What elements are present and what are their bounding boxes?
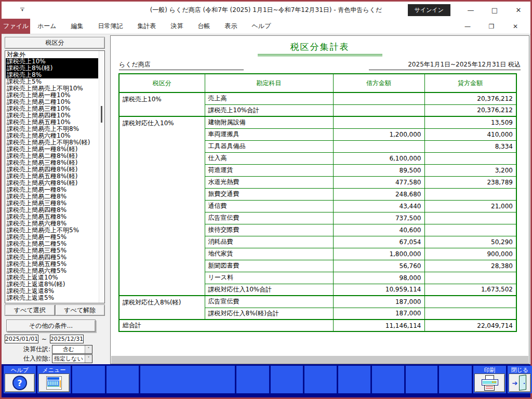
credit-amount-cell: 1,673,502 xyxy=(424,284,516,296)
account-cell: 売上高 xyxy=(205,92,333,104)
menu-item-7[interactable]: ヘルプ xyxy=(245,19,278,34)
tax-category-item[interactable]: 課税売上簡易四種8%(軽) xyxy=(6,166,98,173)
tax-category-header: 税区分 xyxy=(5,37,105,49)
purchase-deduction-label: 仕入控除: xyxy=(3,354,52,363)
tax-category-item[interactable]: 課税売上簡易三種8%(軽) xyxy=(6,159,98,166)
purchase-deduction-value: 指定しない xyxy=(52,355,85,363)
purchase-deduction-select[interactable]: 指定しない ˅ xyxy=(52,354,92,363)
child-restore-button[interactable]: ❐ xyxy=(480,23,503,30)
close-window-button[interactable]: ➔ xyxy=(509,374,531,392)
select-all-button[interactable]: すべて選択 xyxy=(5,304,55,316)
tax-category-item[interactable]: 課税売上簡易一種5% xyxy=(6,234,98,241)
tax-category-item[interactable]: 課税売上8%(軽) xyxy=(6,65,98,72)
tax-category-item[interactable]: 課税売上簡易四種10% xyxy=(6,112,98,119)
tax-category-item[interactable]: 課税売上簡易三種5% xyxy=(6,247,98,254)
table-column-header: 借方金額 xyxy=(333,74,424,92)
minimize-button[interactable]: — xyxy=(459,2,483,19)
closing-entries-select[interactable]: 含む ˅ xyxy=(52,345,92,354)
tax-category-item[interactable]: 課税売上10% xyxy=(6,58,98,65)
tax-category-item[interactable]: 課税売上簡易一種10% xyxy=(6,92,98,99)
tax-category-item[interactable]: 課税売上返還8% xyxy=(6,288,98,295)
tax-category-item[interactable]: 課税売上返還5% xyxy=(6,295,98,301)
debit-amount-cell: 1,800,000 xyxy=(333,248,424,260)
credit-amount-cell xyxy=(424,224,516,236)
tax-category-item[interactable]: 課税売上返還10% xyxy=(6,274,98,281)
tax-category-item[interactable]: 課税売上簡易一種8% xyxy=(6,187,98,193)
menu-item-6[interactable]: 表示 xyxy=(218,19,245,34)
tax-category-item[interactable]: 課税売上簡易三種10% xyxy=(6,105,98,112)
credit-amount-cell xyxy=(424,272,516,284)
tax-category-item[interactable]: 課税売上簡易五種5% xyxy=(6,261,98,268)
tax-group-cell: 課税対応仕入10% xyxy=(119,116,205,296)
tax-category-item[interactable]: 課税売上8% xyxy=(6,72,98,78)
tax-category-item[interactable]: 課税売上簡易売上不明8%(軽) xyxy=(6,139,98,146)
date-to-field[interactable]: 2025/12/31 xyxy=(50,335,84,343)
tax-category-item[interactable]: 課税売上簡易二種5% xyxy=(6,241,98,247)
tax-category-item[interactable]: 課税売上簡易売上不明5% xyxy=(6,227,98,234)
tax-category-item[interactable]: 課税売上簡易売上不明8% xyxy=(6,126,98,132)
tax-category-item[interactable]: 課税売上簡易五種10% xyxy=(6,119,98,126)
horizontal-scrollbar[interactable] xyxy=(111,356,528,364)
print-button[interactable] xyxy=(474,374,505,392)
tax-category-item[interactable]: 課税売上簡易五種8% xyxy=(6,214,98,220)
credit-amount-cell: 410,000 xyxy=(424,128,516,140)
tax-category-item[interactable]: 課税売上簡易売上不明10% xyxy=(6,85,98,92)
deselect-all-button[interactable]: すべて解除 xyxy=(55,304,105,316)
tax-category-item[interactable]: 課税売上簡易四種8% xyxy=(6,207,98,214)
menu-file-tab[interactable]: ファイル xyxy=(2,19,30,34)
menu-item-1[interactable]: 編集 xyxy=(64,19,91,34)
date-from-field[interactable]: 2025/01/01 xyxy=(5,335,38,343)
other-conditions-button[interactable]: その他の条件... xyxy=(6,320,96,332)
credit-amount-cell xyxy=(424,152,516,164)
chevron-down-icon[interactable]: ˅ xyxy=(85,345,92,353)
tax-category-item[interactable]: 課税売上簡易二種8% xyxy=(6,193,98,200)
account-cell: 接待交際費 xyxy=(205,224,333,236)
tax-category-item[interactable]: 課税売上簡易六種10% xyxy=(6,132,98,139)
listbox-scrollbar-thumb[interactable] xyxy=(101,106,102,123)
debit-amount-cell: 1,200,000 xyxy=(333,128,424,140)
title-bar: ▾ (一般) らくだ商店 (令和7年 (2025) 1月1日~令和7年12月31… xyxy=(2,2,530,19)
toolbar-slot-menu: メニュー xyxy=(37,366,71,393)
app-window: ▾ (一般) らくだ商店 (令和7年 (2025) 1月1日~令和7年12月31… xyxy=(0,0,532,399)
tax-category-item[interactable]: 課税売上簡易二種10% xyxy=(6,99,98,105)
maximize-button[interactable]: □ xyxy=(483,2,507,19)
tax-category-item[interactable]: 対象外 xyxy=(6,51,98,58)
toolbar-slot-empty xyxy=(304,366,337,393)
tax-category-item[interactable]: 課税売上簡易四種5% xyxy=(6,254,98,261)
child-minimize-button[interactable]: — xyxy=(456,23,480,30)
tax-category-item[interactable]: 課税売上簡易六種8%(軽) xyxy=(6,180,98,187)
chevron-down-icon[interactable]: ˅ xyxy=(85,355,92,363)
tax-category-item[interactable]: 課税売上簡易三種8% xyxy=(6,200,98,207)
tax-category-item[interactable]: 課税売上簡易二種8%(軽) xyxy=(6,153,98,159)
credit-amount-cell xyxy=(424,212,516,224)
tax-category-item[interactable]: 課税売上簡易六種8% xyxy=(6,220,98,227)
child-close-button[interactable]: ✕ xyxy=(503,23,527,30)
report-table-body: 課税売上10%売上高20,376,212課税売上10%合計20,376,212課… xyxy=(119,92,516,331)
quick-access-customize-icon[interactable]: ▾ xyxy=(20,8,24,12)
debit-amount-cell: 40,600 xyxy=(333,224,424,236)
tax-category-item[interactable]: 課税売上5% xyxy=(6,78,98,85)
tax-category-item[interactable]: 課税売上簡易五種8%(軽) xyxy=(6,173,98,180)
menu-item-2[interactable]: 日常簿記 xyxy=(91,19,130,34)
credit-amount-cell: 50,290 xyxy=(424,236,516,248)
toolbar-slot-empty xyxy=(406,366,437,393)
help-button-label: ヘルプ xyxy=(4,366,36,374)
menu-item-0[interactable]: ホーム xyxy=(30,19,64,34)
tax-category-item[interactable]: 課税売上簡易一種8%(軽) xyxy=(6,146,98,153)
listbox-scrollbar[interactable] xyxy=(99,51,104,303)
tax-category-listbox[interactable]: 対象外課税売上10%課税売上8%(軽)課税売上8%課税売上5%課税売上簡易売上不… xyxy=(5,50,105,303)
help-button[interactable]: ? xyxy=(5,374,35,392)
menu-item-4[interactable]: 決算 xyxy=(164,19,191,34)
account-cell: 建物附属設備 xyxy=(205,116,333,128)
menu-item-5[interactable]: 台帳 xyxy=(191,19,218,34)
credit-amount-cell: 20,376,212 xyxy=(424,92,516,104)
toolbar-slot-empty xyxy=(338,366,370,393)
menu-item-3[interactable]: 集計表 xyxy=(130,19,164,34)
signin-button[interactable]: サインイン xyxy=(408,4,450,16)
tax-category-item[interactable]: 課税売上返還8%(軽) xyxy=(6,281,98,288)
menu-button[interactable] xyxy=(38,374,70,392)
grand-total-debit: 11,146,114 xyxy=(333,320,424,331)
close-button[interactable]: ✕ xyxy=(507,2,530,19)
tax-category-item[interactable]: 課税売上簡易六種5% xyxy=(6,268,98,274)
report-period: 2025年1月1日~2025年12月31日 税込 xyxy=(369,60,521,70)
